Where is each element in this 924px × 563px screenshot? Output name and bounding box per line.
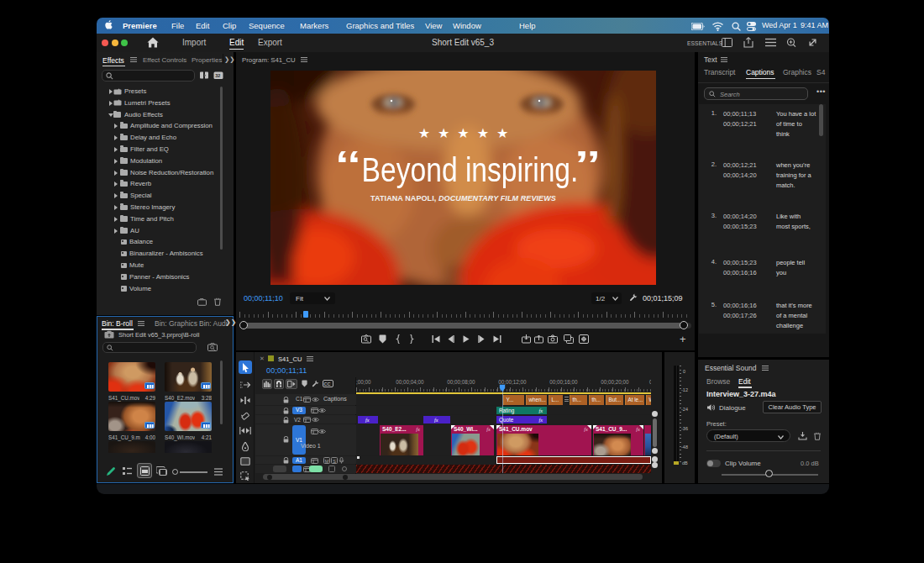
svg-text:32: 32	[215, 73, 220, 78]
